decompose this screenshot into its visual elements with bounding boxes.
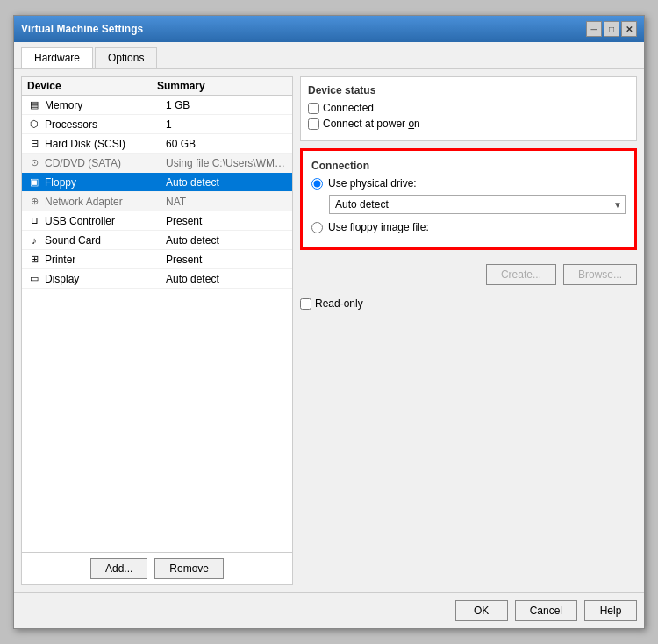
- device-summary: Auto detect: [166, 234, 287, 247]
- table-row[interactable]: ⊞PrinterPresent: [22, 250, 292, 269]
- device-name: Memory: [45, 99, 166, 111]
- device-summary: Present: [166, 215, 287, 227]
- tab-hardware[interactable]: Hardware: [21, 47, 93, 68]
- table-row[interactable]: ⊔USB ControllerPresent: [22, 211, 292, 231]
- cancel-button[interactable]: Cancel: [515, 600, 577, 621]
- window-title: Virtual Machine Settings: [21, 23, 143, 35]
- table-row[interactable]: ▭DisplayAuto detect: [22, 269, 292, 289]
- device-name: Processors: [45, 118, 166, 131]
- device-name: Hard Disk (SCSI): [45, 138, 166, 150]
- device-icon: ▣: [27, 175, 41, 190]
- device-name: Printer: [45, 254, 166, 266]
- table-row[interactable]: ▤Memory1 GB: [22, 96, 292, 115]
- device-summary: NAT: [166, 196, 287, 208]
- connection-title: Connection: [311, 160, 626, 172]
- device-icon: ▤: [27, 98, 41, 112]
- device-rows-container: ▤Memory1 GB⬡Processors1⊟Hard Disk (SCSI)…: [22, 96, 292, 289]
- minimize-button[interactable]: ─: [586, 21, 602, 37]
- device-status-section: Device status Connected Connect at power…: [300, 76, 637, 141]
- device-table: Device Summary ▤Memory1 GB⬡Processors1⊟H…: [22, 77, 292, 552]
- device-icon: ♪: [27, 233, 41, 247]
- table-header: Device Summary: [22, 77, 292, 96]
- device-name: Sound Card: [45, 234, 166, 247]
- use-image-row: Use floppy image file:: [311, 221, 626, 233]
- create-browse-row: Create... Browse...: [300, 264, 637, 285]
- content-area: Device Summary ▤Memory1 GB⬡Processors1⊟H…: [14, 69, 644, 592]
- device-name: Display: [45, 273, 166, 285]
- read-only-checkbox[interactable]: [300, 298, 311, 310]
- device-summary: 1 GB: [166, 99, 287, 111]
- device-summary: Using file C:\Users\WMBC8...: [166, 157, 287, 169]
- device-summary: Present: [166, 254, 287, 266]
- table-row[interactable]: ♪Sound CardAuto detect: [22, 231, 292, 250]
- connect-power-row: Connect at power on: [308, 118, 629, 130]
- device-summary: 60 GB: [166, 138, 287, 150]
- connect-power-label: Connect at power on: [323, 118, 420, 130]
- use-physical-radio[interactable]: [311, 178, 323, 190]
- connected-row: Connected: [308, 102, 629, 114]
- col-summary-header: Summary: [157, 80, 287, 92]
- drive-select-wrapper: Auto detect ▼: [329, 195, 626, 214]
- read-only-label: Read-only: [315, 297, 363, 310]
- device-summary: Auto detect: [166, 273, 287, 285]
- device-icon: ⊔: [27, 214, 41, 228]
- table-row[interactable]: ⊕Network AdapterNAT: [22, 192, 292, 211]
- use-image-label: Use floppy image file:: [328, 221, 429, 233]
- device-status-title: Device status: [308, 84, 629, 97]
- tab-options[interactable]: Options: [95, 47, 157, 68]
- close-button[interactable]: ✕: [621, 21, 637, 37]
- device-summary: 1: [166, 118, 287, 131]
- connected-label: Connected: [323, 102, 374, 114]
- device-name: Floppy: [45, 176, 166, 189]
- drive-select[interactable]: Auto detect: [329, 195, 626, 214]
- device-icon: ⊞: [27, 253, 41, 267]
- table-row[interactable]: ⊟Hard Disk (SCSI)60 GB: [22, 134, 292, 154]
- title-bar: Virtual Machine Settings ─ □ ✕: [14, 16, 644, 42]
- device-summary: Auto detect: [166, 176, 287, 189]
- main-window: Virtual Machine Settings ─ □ ✕ Hardware …: [13, 15, 645, 629]
- maximize-button[interactable]: □: [604, 21, 619, 37]
- table-row[interactable]: ⊙CD/DVD (SATA)Using file C:\Users\WMBC8.…: [22, 154, 292, 173]
- left-footer: Add... Remove: [22, 552, 292, 584]
- connect-power-checkbox[interactable]: [308, 118, 319, 130]
- device-name: Network Adapter: [45, 196, 166, 208]
- connection-section: Connection Use physical drive: Auto dete…: [300, 148, 637, 250]
- help-button[interactable]: Help: [584, 600, 637, 621]
- device-icon: ⬡: [27, 118, 41, 132]
- read-only-row: Read-only: [300, 297, 637, 310]
- ok-button[interactable]: OK: [455, 600, 508, 621]
- table-row[interactable]: ▣FloppyAuto detect: [22, 173, 292, 192]
- window-footer: OK Cancel Help: [14, 592, 644, 628]
- device-icon: ⊙: [27, 156, 41, 170]
- device-name: CD/DVD (SATA): [45, 157, 166, 169]
- add-button[interactable]: Add...: [90, 558, 147, 579]
- device-icon: ⊟: [27, 137, 41, 151]
- tabs-row: Hardware Options: [14, 42, 644, 69]
- browse-button[interactable]: Browse...: [563, 264, 637, 285]
- remove-button[interactable]: Remove: [154, 558, 224, 579]
- table-row[interactable]: ⬡Processors1: [22, 115, 292, 134]
- device-icon: ⊕: [27, 195, 41, 209]
- device-icon: ▭: [27, 272, 41, 286]
- create-button[interactable]: Create...: [486, 264, 556, 285]
- connected-checkbox[interactable]: [308, 103, 319, 114]
- left-panel: Device Summary ▤Memory1 GB⬡Processors1⊟H…: [21, 76, 293, 585]
- use-physical-row: Use physical drive:: [311, 177, 626, 190]
- col-device-header: Device: [27, 80, 157, 92]
- title-bar-buttons: ─ □ ✕: [586, 21, 637, 37]
- right-panel: Device status Connected Connect at power…: [300, 76, 637, 585]
- device-name: USB Controller: [45, 215, 166, 227]
- use-physical-label: Use physical drive:: [328, 177, 417, 190]
- use-image-radio[interactable]: [311, 222, 323, 233]
